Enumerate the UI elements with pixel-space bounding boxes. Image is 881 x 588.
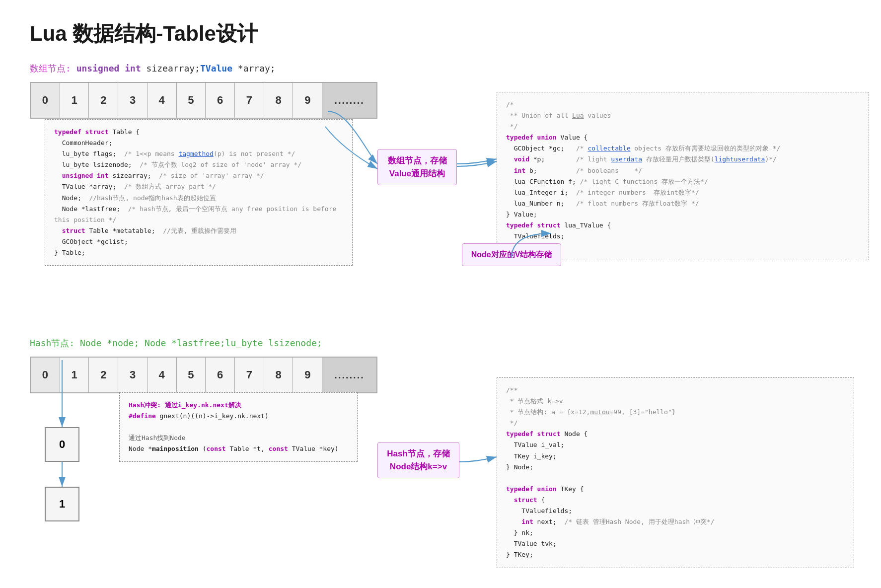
node-box-0: 0 [45, 427, 79, 462]
array-cell-0: 0 [31, 83, 60, 118]
array-cell-4: 4 [147, 83, 177, 118]
hash-conflict-code: Hash冲突: 通过i_key.nk.next解决 #define gnext(… [119, 392, 358, 462]
table-struct-code: typedef struct Table { CommonHeader; lu_… [45, 119, 353, 266]
hash-cell-2: 2 [89, 358, 118, 392]
array-cell-9: 9 [293, 83, 322, 118]
array-annotation: 数组节点，存储Value通用结构 [377, 149, 457, 185]
hash-cell-5: 5 [177, 358, 206, 392]
hash-cell-4: 4 [147, 358, 177, 392]
array-cell-dots: ........ [322, 83, 376, 118]
hash-grid: 0 1 2 3 4 5 6 7 8 9 ........ [30, 357, 377, 393]
array-cell-1: 1 [60, 83, 89, 118]
hash-cell-7: 7 [235, 358, 264, 392]
array-cell-3: 3 [118, 83, 147, 118]
array-cell-8: 8 [264, 83, 294, 118]
hash-section-label: Hash节点: Node *node; Node *lastfree;lu_by… [30, 337, 874, 349]
hash-cell-9: 9 [293, 358, 322, 392]
page-title: Lua 数据结构-Table设计 [30, 20, 874, 48]
array-cell-5: 5 [177, 83, 206, 118]
hash-cell-1: 1 [60, 358, 89, 392]
hash-cell-dots: ........ [322, 358, 376, 392]
array-section-label: 数组节点: unsigned int sizearray;TValue *arr… [30, 63, 874, 74]
array-cell-2: 2 [89, 83, 118, 118]
value-union-code: /* ** Union of all Lua values */ typedef… [497, 92, 869, 260]
node-struct-code: /** * 节点格式 k=>v * 节点结构: a = {x=12,mutou=… [497, 377, 854, 568]
node-box-1: 1 [45, 487, 79, 521]
hash-annotation: Hash节点，存储Node结构k=>v [377, 442, 459, 478]
hash-cell-0: 0 [31, 358, 60, 392]
hash-cell-6: 6 [206, 358, 235, 392]
hash-cell-3: 3 [118, 358, 147, 392]
hash-cell-8: 8 [264, 358, 294, 392]
array-grid: 0 1 2 3 4 5 6 7 8 9 ........ [30, 82, 377, 119]
node-v-annotation: Node对应的V结构存储 [462, 243, 561, 266]
array-cell-6: 6 [206, 83, 235, 118]
array-cell-7: 7 [235, 83, 264, 118]
